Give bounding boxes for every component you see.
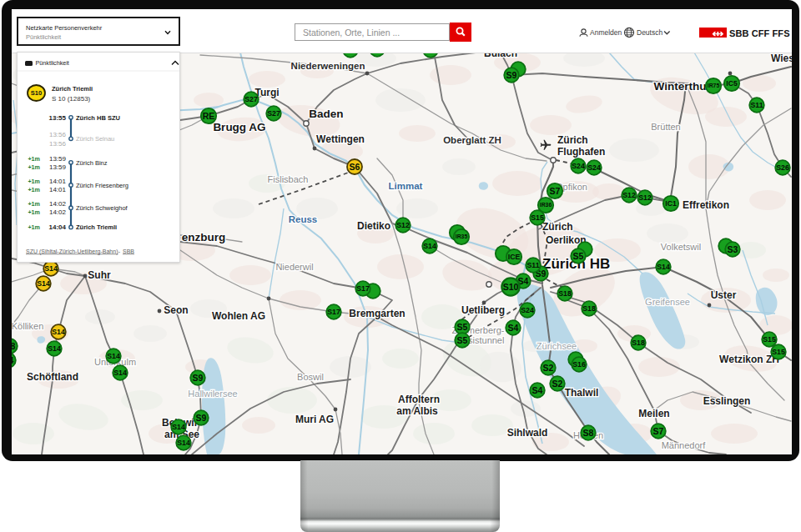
svg-text:Limmat: Limmat: [389, 181, 423, 191]
svg-text:am Albis: am Albis: [396, 405, 438, 417]
svg-text:Flughafen: Flughafen: [557, 146, 605, 158]
svg-text:Bremgarten: Bremgarten: [349, 308, 405, 319]
svg-text:S8: S8: [583, 428, 594, 438]
svg-text:ICE: ICE: [508, 253, 521, 261]
svg-text:Fislisbach: Fislisbach: [268, 174, 309, 184]
svg-text:13:59: 13:59: [49, 155, 67, 163]
svg-text:+1m: +1m: [28, 163, 40, 171]
svg-text:Wohlen AG: Wohlen AG: [212, 310, 265, 322]
svg-text:IR35: IR35: [456, 233, 468, 239]
svg-text:S4: S4: [532, 385, 543, 395]
svg-text:-: -: [118, 248, 121, 254]
svg-text:Wettingen: Wettingen: [316, 133, 365, 145]
svg-text:Deutsch: Deutsch: [637, 28, 662, 37]
svg-text:S15: S15: [763, 335, 776, 344]
svg-text:S9: S9: [506, 70, 517, 80]
svg-text:S14: S14: [48, 344, 61, 353]
svg-text:SBB: SBB: [123, 248, 134, 254]
svg-text:Zürich Friesenberg: Zürich Friesenberg: [76, 182, 128, 189]
svg-text:S27: S27: [244, 95, 258, 103]
svg-text:Zürich Binz: Zürich Binz: [76, 159, 108, 167]
svg-text:Zürichsee: Zürichsee: [537, 341, 577, 351]
svg-text:Winterthu: Winterthu: [654, 80, 707, 93]
svg-text:Reuss: Reuss: [289, 214, 318, 224]
svg-text:S10: S10: [503, 282, 519, 292]
svg-text:Esslingen: Esslingen: [703, 395, 751, 407]
svg-text:S9: S9: [196, 413, 207, 423]
svg-text:Affoltern: Affoltern: [398, 394, 440, 405]
svg-text:S14: S14: [113, 369, 127, 377]
svg-text:S11: S11: [527, 261, 540, 269]
svg-text:Niederweningen: Niederweningen: [291, 61, 365, 71]
svg-text:S 10 (12853): S 10 (12853): [52, 95, 91, 103]
svg-text:SZU (Sihltal-Zürich-Uetliberg-: SZU (Sihltal-Zürich-Uetliberg-Bahn): [26, 248, 118, 255]
svg-text:Thalwil: Thalwil: [565, 387, 599, 399]
svg-text:S14: S14: [423, 242, 436, 250]
svg-text:S17: S17: [356, 284, 370, 293]
svg-text:S14: S14: [172, 423, 185, 431]
svg-text:IC5: IC5: [726, 79, 738, 88]
svg-text:Pünktlichkeit: Pünktlichkeit: [36, 59, 69, 67]
svg-text:+1m: +1m: [28, 223, 40, 231]
svg-text:Wies: Wies: [771, 53, 792, 64]
svg-text:+1m: +1m: [28, 178, 40, 185]
svg-text:Anmelden: Anmelden: [590, 28, 622, 37]
svg-text:+1m: +1m: [28, 186, 40, 193]
svg-text:S12: S12: [622, 191, 636, 199]
svg-text:S5: S5: [457, 322, 468, 332]
svg-text:S14: S14: [37, 279, 50, 288]
svg-text:S14: S14: [177, 439, 190, 447]
svg-text:13:59: 13:59: [49, 163, 67, 171]
svg-text:14:04: 14:04: [49, 223, 67, 231]
svg-text:S24: S24: [521, 306, 534, 314]
svg-text:S18: S18: [632, 339, 645, 347]
svg-text:S2: S2: [552, 379, 563, 389]
svg-text:S24: S24: [587, 163, 601, 172]
svg-text:13:56: 13:56: [49, 140, 67, 148]
svg-text:S24: S24: [572, 162, 585, 170]
svg-text:Niederwil: Niederwil: [275, 262, 313, 272]
svg-text:Muri AG: Muri AG: [295, 414, 334, 425]
svg-text:Uster: Uster: [711, 289, 737, 301]
svg-text:Baden: Baden: [309, 108, 343, 120]
svg-text:S16: S16: [572, 360, 586, 369]
svg-text:13:55: 13:55: [49, 114, 67, 122]
svg-text:Brugg AG: Brugg AG: [213, 121, 265, 133]
svg-text:+1m: +1m: [28, 208, 40, 216]
svg-text:Zürich HB SZU: Zürich HB SZU: [76, 114, 120, 122]
svg-text:S10: S10: [31, 89, 42, 97]
svg-text:Zürich Schweighof: Zürich Schweighof: [76, 204, 128, 212]
svg-text:Boswil: Boswil: [297, 372, 324, 382]
svg-text:14:02: 14:02: [49, 200, 67, 208]
svg-text:Schöftland: Schöftland: [27, 371, 78, 383]
svg-text:RE: RE: [203, 111, 215, 121]
svg-text:S7: S7: [653, 426, 664, 436]
svg-text:S5: S5: [573, 251, 584, 261]
svg-text:S4: S4: [508, 323, 519, 333]
svg-text:Effretikon: Effretikon: [683, 199, 729, 211]
svg-text:14:02: 14:02: [49, 208, 67, 216]
svg-text:S12: S12: [396, 221, 410, 229]
svg-text:S6: S6: [350, 162, 360, 172]
svg-text:Zürich Triemli: Zürich Triemli: [76, 223, 117, 231]
svg-text:Wetzikon ZH: Wetzikon ZH: [719, 354, 779, 365]
svg-text:S14: S14: [52, 328, 65, 336]
svg-text:Sihlwald: Sihlwald: [507, 427, 548, 439]
svg-text:+1m: +1m: [28, 200, 40, 208]
svg-text:IR75: IR75: [708, 83, 720, 88]
svg-text:Meilen: Meilen: [638, 408, 669, 419]
svg-text:S14: S14: [44, 264, 58, 273]
svg-text:S27: S27: [267, 109, 280, 118]
svg-text:Oberglatt ZH: Oberglatt ZH: [443, 135, 501, 145]
svg-text:S26: S26: [776, 163, 789, 172]
svg-text:Zürich Selnau: Zürich Selnau: [76, 135, 114, 143]
svg-text:Kölliken: Kölliken: [12, 321, 43, 331]
svg-text:S11: S11: [751, 101, 763, 109]
svg-text:Greifensee: Greifensee: [645, 297, 690, 307]
svg-text:S18: S18: [558, 289, 572, 298]
svg-text:Zürich: Zürich: [557, 134, 588, 146]
svg-text:S12: S12: [638, 193, 652, 202]
svg-text:S17: S17: [327, 308, 340, 316]
svg-text:13:56: 13:56: [49, 131, 67, 138]
svg-text:Dietiko: Dietiko: [357, 220, 390, 232]
